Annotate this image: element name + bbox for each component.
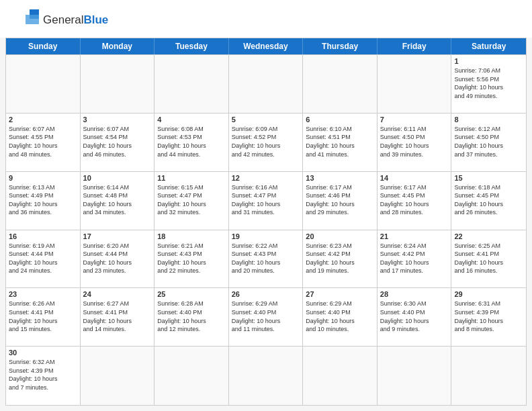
cell-info: Sunrise: 6:07 AM Sunset: 4:54 PM Dayligh… bbox=[83, 125, 152, 158]
day-number: 11 bbox=[157, 174, 226, 182]
cell-day-1: 1Sunrise: 7:06 AM Sunset: 5:56 PM Daylig… bbox=[451, 55, 526, 113]
day-number: 1 bbox=[454, 57, 523, 65]
day-number: 17 bbox=[83, 232, 152, 240]
cell-day-15: 15Sunrise: 6:18 AM Sunset: 4:45 PM Dayli… bbox=[451, 172, 526, 230]
day-number: 15 bbox=[454, 174, 523, 182]
cell-info: Sunrise: 6:31 AM Sunset: 4:39 PM Dayligh… bbox=[454, 300, 523, 333]
cell-info: Sunrise: 6:22 AM Sunset: 4:43 PM Dayligh… bbox=[232, 242, 300, 275]
cell-info: Sunrise: 6:27 AM Sunset: 4:41 PM Dayligh… bbox=[83, 300, 152, 333]
cell-day-13: 13Sunrise: 6:17 AM Sunset: 4:46 PM Dayli… bbox=[303, 172, 378, 230]
cell-info: Sunrise: 6:24 AM Sunset: 4:42 PM Dayligh… bbox=[380, 242, 449, 275]
cell-info: Sunrise: 6:29 AM Sunset: 4:40 PM Dayligh… bbox=[306, 300, 374, 333]
day-number: 21 bbox=[380, 232, 449, 240]
cell-day-22: 22Sunrise: 6:25 AM Sunset: 4:41 PM Dayli… bbox=[451, 230, 526, 289]
cell-day-6: 6Sunrise: 6:10 AM Sunset: 4:51 PM Daylig… bbox=[303, 113, 378, 172]
cell-empty-41 bbox=[451, 347, 526, 405]
cell-day-21: 21Sunrise: 6:24 AM Sunset: 4:42 PM Dayli… bbox=[378, 230, 452, 289]
cell-info: Sunrise: 6:13 AM Sunset: 4:49 PM Dayligh… bbox=[9, 183, 77, 217]
day-header-monday: Monday bbox=[81, 38, 155, 54]
day-header-thursday: Thursday bbox=[303, 38, 378, 54]
cell-info: Sunrise: 6:28 AM Sunset: 4:40 PM Dayligh… bbox=[157, 300, 226, 333]
day-number: 5 bbox=[232, 116, 300, 124]
day-header-friday: Friday bbox=[378, 38, 452, 54]
cell-day-26: 26Sunrise: 6:29 AM Sunset: 4:40 PM Dayli… bbox=[229, 288, 304, 347]
cell-info: Sunrise: 6:10 AM Sunset: 4:51 PM Dayligh… bbox=[306, 125, 374, 158]
calendar-page: GeneralBlue SundayMondayTuesdayWednesday… bbox=[0, 0, 532, 411]
day-number: 4 bbox=[157, 116, 226, 124]
day-header-wednesday: Wednesday bbox=[229, 38, 304, 54]
logo-text: GeneralBlue bbox=[43, 14, 108, 27]
cell-info: Sunrise: 6:17 AM Sunset: 4:45 PM Dayligh… bbox=[380, 183, 449, 217]
day-number: 2 bbox=[9, 116, 77, 124]
cell-empty-5 bbox=[378, 55, 452, 113]
day-number: 7 bbox=[380, 116, 449, 124]
cell-info: Sunrise: 6:11 AM Sunset: 4:50 PM Dayligh… bbox=[380, 125, 449, 158]
day-number: 16 bbox=[9, 232, 77, 240]
day-number: 23 bbox=[9, 290, 77, 298]
day-number: 25 bbox=[157, 290, 226, 298]
day-number: 8 bbox=[454, 116, 523, 124]
cell-empty-37 bbox=[154, 347, 229, 405]
cell-day-3: 3Sunrise: 6:07 AM Sunset: 4:54 PM Daylig… bbox=[81, 113, 155, 172]
cell-empty-3 bbox=[229, 55, 304, 113]
cell-info: Sunrise: 6:20 AM Sunset: 4:44 PM Dayligh… bbox=[83, 242, 152, 275]
day-number: 20 bbox=[306, 232, 374, 240]
day-number: 30 bbox=[9, 349, 77, 357]
cell-day-30: 30Sunrise: 6:32 AM Sunset: 4:39 PM Dayli… bbox=[6, 347, 81, 405]
cell-empty-4 bbox=[303, 55, 378, 113]
cell-info: Sunrise: 6:18 AM Sunset: 4:45 PM Dayligh… bbox=[454, 183, 523, 217]
cell-day-24: 24Sunrise: 6:27 AM Sunset: 4:41 PM Dayli… bbox=[81, 288, 155, 347]
cell-info: Sunrise: 6:19 AM Sunset: 4:44 PM Dayligh… bbox=[9, 242, 77, 275]
day-header-sunday: Sunday bbox=[6, 38, 81, 54]
cell-info: Sunrise: 6:29 AM Sunset: 4:40 PM Dayligh… bbox=[232, 300, 300, 333]
day-number: 27 bbox=[306, 290, 374, 298]
cell-empty-1 bbox=[81, 55, 155, 113]
cell-info: Sunrise: 6:23 AM Sunset: 4:42 PM Dayligh… bbox=[306, 242, 374, 275]
cell-info: Sunrise: 6:14 AM Sunset: 4:48 PM Dayligh… bbox=[83, 183, 152, 217]
cell-day-4: 4Sunrise: 6:08 AM Sunset: 4:53 PM Daylig… bbox=[154, 113, 229, 172]
day-number: 28 bbox=[380, 290, 449, 298]
cell-info: Sunrise: 7:06 AM Sunset: 5:56 PM Dayligh… bbox=[454, 66, 523, 100]
cell-empty-0 bbox=[6, 55, 81, 113]
day-header-saturday: Saturday bbox=[451, 38, 526, 54]
logo-svg bbox=[11, 8, 40, 32]
day-header-tuesday: Tuesday bbox=[154, 38, 229, 54]
cell-info: Sunrise: 6:32 AM Sunset: 4:39 PM Dayligh… bbox=[9, 358, 77, 392]
cell-day-28: 28Sunrise: 6:30 AM Sunset: 4:40 PM Dayli… bbox=[378, 288, 452, 347]
svg-rect-1 bbox=[26, 15, 39, 24]
cell-info: Sunrise: 6:17 AM Sunset: 4:46 PM Dayligh… bbox=[306, 183, 374, 217]
calendar-container: SundayMondayTuesdayWednesdayThursdayFrid… bbox=[5, 38, 527, 406]
cell-day-27: 27Sunrise: 6:29 AM Sunset: 4:40 PM Dayli… bbox=[303, 288, 378, 347]
day-number: 10 bbox=[83, 174, 152, 182]
cell-day-14: 14Sunrise: 6:17 AM Sunset: 4:45 PM Dayli… bbox=[378, 172, 452, 230]
day-number: 22 bbox=[454, 232, 523, 240]
cell-empty-2 bbox=[154, 55, 229, 113]
header: GeneralBlue bbox=[0, 0, 532, 38]
day-number: 29 bbox=[454, 290, 523, 298]
day-headers: SundayMondayTuesdayWednesdayThursdayFrid… bbox=[6, 38, 526, 54]
day-number: 13 bbox=[306, 174, 374, 182]
cell-day-5: 5Sunrise: 6:09 AM Sunset: 4:52 PM Daylig… bbox=[229, 113, 304, 172]
cell-day-17: 17Sunrise: 6:20 AM Sunset: 4:44 PM Dayli… bbox=[81, 230, 155, 289]
day-number: 26 bbox=[232, 290, 300, 298]
cell-day-2: 2Sunrise: 6:07 AM Sunset: 4:55 PM Daylig… bbox=[6, 113, 81, 172]
cell-info: Sunrise: 6:08 AM Sunset: 4:53 PM Dayligh… bbox=[157, 125, 226, 158]
logo: GeneralBlue bbox=[11, 8, 108, 32]
cell-info: Sunrise: 6:26 AM Sunset: 4:41 PM Dayligh… bbox=[9, 300, 77, 333]
cell-empty-38 bbox=[229, 347, 304, 405]
day-number: 19 bbox=[232, 232, 300, 240]
day-number: 9 bbox=[9, 174, 77, 182]
cell-empty-36 bbox=[81, 347, 155, 405]
cell-empty-39 bbox=[303, 347, 378, 405]
cell-day-12: 12Sunrise: 6:16 AM Sunset: 4:47 PM Dayli… bbox=[229, 172, 304, 230]
cell-day-18: 18Sunrise: 6:21 AM Sunset: 4:43 PM Dayli… bbox=[154, 230, 229, 289]
cell-day-19: 19Sunrise: 6:22 AM Sunset: 4:43 PM Dayli… bbox=[229, 230, 304, 289]
cell-info: Sunrise: 6:21 AM Sunset: 4:43 PM Dayligh… bbox=[157, 242, 226, 275]
day-number: 3 bbox=[83, 116, 152, 124]
day-number: 12 bbox=[232, 174, 300, 182]
cell-day-23: 23Sunrise: 6:26 AM Sunset: 4:41 PM Dayli… bbox=[6, 288, 81, 347]
cell-day-9: 9Sunrise: 6:13 AM Sunset: 4:49 PM Daylig… bbox=[6, 172, 81, 230]
cell-day-25: 25Sunrise: 6:28 AM Sunset: 4:40 PM Dayli… bbox=[154, 288, 229, 347]
cell-day-29: 29Sunrise: 6:31 AM Sunset: 4:39 PM Dayli… bbox=[451, 288, 526, 347]
cell-info: Sunrise: 6:07 AM Sunset: 4:55 PM Dayligh… bbox=[9, 125, 77, 158]
